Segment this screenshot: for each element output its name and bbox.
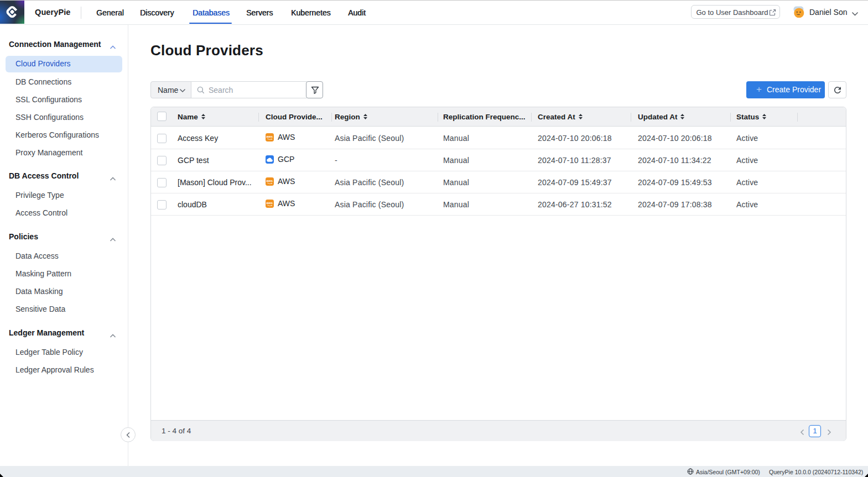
svg-text:aws: aws	[266, 134, 273, 138]
svg-text:aws: aws	[266, 179, 273, 182]
svg-text:aws: aws	[266, 201, 273, 205]
